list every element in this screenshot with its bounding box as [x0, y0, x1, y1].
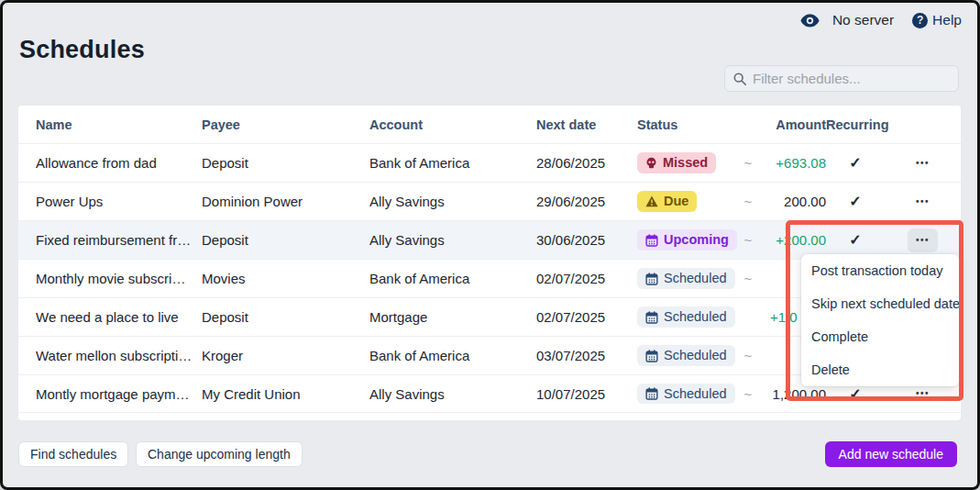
schedule-amount: 1,200.00: [757, 386, 826, 402]
status-badge: Missed: [637, 152, 716, 173]
schedule-account: Bank of America: [369, 155, 536, 171]
table-row[interactable]: Allowance from dad Deposit Bank of Ameri…: [18, 143, 961, 182]
schedule-account: Ally Savings: [369, 194, 536, 209]
col-header-next-date: Next date: [536, 117, 637, 132]
table-row[interactable]: Power Ups Dominion Power Ally Savings 29…: [18, 182, 961, 220]
approx-tilde: ~: [739, 155, 757, 171]
status-badge: Scheduled: [637, 345, 735, 366]
context-menu-item-complete[interactable]: Complete: [801, 320, 959, 353]
recurring-check-icon: ✓: [849, 155, 861, 171]
privacy-eye-icon[interactable]: [800, 14, 820, 28]
schedule-next-date: 10/07/2025: [536, 386, 637, 402]
context-menu: Post transaction today Skip next schedul…: [801, 254, 959, 386]
calendar-icon: [645, 387, 658, 400]
recurring-check-icon: ✓: [849, 386, 861, 402]
recurring-check-icon: ✓: [849, 194, 861, 209]
schedule-next-date: 02/07/2025: [536, 309, 637, 325]
status-badge: Due: [637, 191, 697, 212]
calendar-icon: [645, 311, 658, 324]
schedule-payee: My Credit Union: [202, 386, 369, 402]
schedule-account: Ally Savings: [369, 232, 536, 248]
window-frame: No server ? Help Schedules Name Payee Ac…: [0, 0, 980, 490]
find-schedules-button[interactable]: Find schedules: [18, 441, 128, 467]
add-new-schedule-button[interactable]: Add new schedule: [825, 441, 957, 467]
status-badge: Upcoming: [637, 229, 737, 251]
help-icon: ?: [912, 13, 928, 28]
schedule-account: Ally Savings: [369, 386, 536, 402]
status-badge: Scheduled: [637, 268, 735, 289]
schedule-next-date: 02/07/2025: [536, 271, 637, 286]
calendar-icon: [645, 234, 658, 247]
status-label: Due: [664, 195, 688, 208]
schedule-name: Power Ups: [18, 194, 202, 209]
schedule-payee: Deposit: [202, 309, 369, 325]
filter-box: [724, 65, 959, 92]
col-header-payee: Payee: [202, 117, 369, 132]
schedule-amount: +200.00: [757, 232, 826, 248]
status-label: Missed: [663, 156, 708, 170]
calendar-icon: [645, 350, 658, 362]
schedule-amount: +693.08: [757, 155, 826, 171]
schedule-next-date: 28/06/2025: [536, 155, 637, 171]
status-label: Upcoming: [664, 233, 729, 247]
warning-icon: [645, 195, 658, 207]
table-row[interactable]: Fixed reimbursement fro... Deposit Ally …: [18, 220, 961, 259]
server-status[interactable]: No server: [832, 12, 894, 28]
col-header-recurring: Recurring: [826, 117, 885, 132]
context-menu-item-delete[interactable]: Delete: [801, 353, 959, 386]
search-icon: [733, 72, 746, 85]
schedule-payee: Deposit: [202, 232, 369, 248]
schedule-name: Fixed reimbursement fro...: [18, 232, 202, 248]
table-header: Name Payee Account Next date Status Amou…: [18, 106, 961, 143]
schedule-account: Mortgage: [369, 309, 536, 325]
filter-input[interactable]: [753, 71, 950, 86]
approx-tilde: ~: [739, 232, 757, 248]
row-menu-button[interactable]: •••: [908, 228, 938, 252]
schedule-next-date: 03/07/2025: [536, 348, 637, 363]
approx-tilde: ~: [739, 194, 757, 209]
approx-tilde: ~: [739, 271, 757, 286]
change-upcoming-length-button[interactable]: Change upcoming length: [136, 441, 303, 467]
schedule-name: Water mellon subscription: [18, 348, 202, 363]
context-menu-item-post-today[interactable]: Post transaction today: [801, 254, 959, 287]
status-label: Scheduled: [664, 387, 727, 401]
status-badge: Scheduled: [637, 384, 735, 405]
status-label: Scheduled: [664, 310, 727, 324]
col-header-name: Name: [18, 117, 202, 132]
schedule-payee: Movies: [202, 271, 369, 286]
approx-tilde: ~: [739, 386, 757, 402]
status-label: Scheduled: [664, 349, 727, 362]
schedule-account: Bank of America: [369, 348, 536, 363]
schedule-amount: 200.00: [757, 194, 826, 209]
schedule-name: We need a place to live: [18, 309, 202, 325]
status-label: Scheduled: [664, 272, 727, 285]
row-menu-button[interactable]: •••: [908, 151, 938, 175]
col-header-amount: Amount: [757, 117, 826, 132]
schedule-next-date: 29/06/2025: [536, 194, 637, 209]
approx-tilde: ~: [739, 348, 757, 363]
row-menu-button[interactable]: •••: [908, 190, 938, 214]
calendar-icon: [645, 273, 658, 285]
help-label: Help: [932, 12, 962, 28]
schedule-payee: Kroger: [202, 348, 369, 363]
schedule-name: Monthly movie subscription: [18, 271, 202, 286]
context-menu-item-skip-next[interactable]: Skip next scheduled date: [801, 287, 959, 320]
schedule-account: Bank of America: [369, 271, 536, 286]
col-header-account: Account: [369, 117, 536, 132]
schedule-next-date: 30/06/2025: [536, 232, 637, 248]
schedule-payee: Deposit: [202, 155, 369, 171]
page-title: Schedules: [19, 36, 145, 64]
skull-icon: [645, 157, 657, 169]
recurring-check-icon: ✓: [849, 232, 861, 248]
help-button[interactable]: ? Help: [912, 12, 962, 28]
col-header-status: Status: [637, 117, 739, 132]
schedule-payee: Dominion Power: [202, 194, 369, 209]
schedule-name: Montly mortgage payments: [18, 386, 202, 402]
schedule-name: Allowance from dad: [18, 155, 202, 171]
status-badge: Scheduled: [637, 306, 735, 328]
topbar: No server ? Help: [800, 12, 962, 28]
